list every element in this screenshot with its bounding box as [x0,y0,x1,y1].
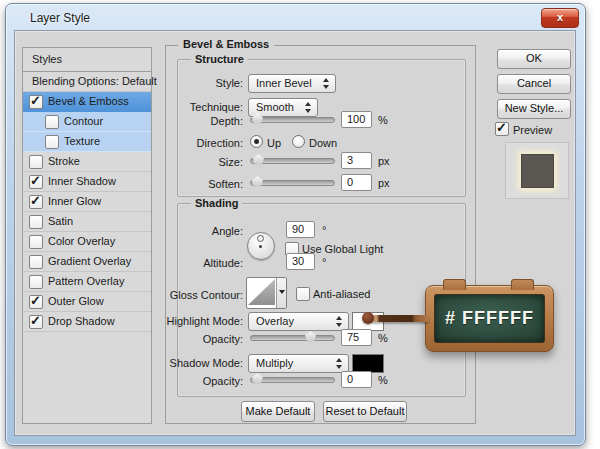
chevron-updown-icon [323,78,330,89]
checked-checkbox[interactable] [29,315,43,329]
sidebar-item-satin[interactable]: Satin [23,212,151,232]
sidebar-item-label: Gradient Overlay [48,255,131,267]
size-value-input[interactable]: 3 [341,152,372,169]
anti-aliased-checkbox[interactable] [296,287,310,301]
altitude-value-input[interactable]: 30 [286,253,315,270]
soften-unit: px [378,177,390,189]
shadow-opacity-unit: % [378,374,388,386]
chevron-down-icon[interactable] [276,278,286,308]
sidebar-item-stroke[interactable]: Stroke [23,152,151,172]
shading-legend: Shading [191,197,242,209]
styles-panel: Styles Blending Options: DefaultBevel & … [22,47,152,424]
shadow-mode-select[interactable]: Multiply [248,354,349,373]
angle-dial[interactable] [247,232,275,260]
new-style-button[interactable]: New Style... [497,99,571,119]
checked-checkbox[interactable] [29,175,43,189]
styles-header: Styles [23,48,151,72]
hex-color-annotation: # FFFFFF [435,307,544,328]
angle-value-input[interactable]: 90 [286,221,315,238]
checked-checkbox[interactable] [29,195,43,209]
chevron-updown-icon [336,358,343,369]
sidebar-item-pattern-overlay[interactable]: Pattern Overlay [23,272,151,292]
depth-value-input[interactable]: 100 [341,111,372,128]
unchecked-checkbox[interactable] [45,135,59,149]
shadow-mode-value: Multiply [256,357,293,369]
highlight-opacity-slider[interactable] [250,335,335,341]
sidebar-item-gradient-overlay[interactable]: Gradient Overlay [23,252,151,272]
depth-label: Depth: [166,115,243,127]
sidebar-item-texture[interactable]: Texture [23,132,151,152]
soften-label: Soften: [166,178,243,190]
sidebar-item-label: Outer Glow [48,295,104,307]
dialog-content: Styles Blending Options: DefaultBevel & … [14,30,576,436]
soften-value-input[interactable]: 0 [341,174,372,191]
preview-checkbox[interactable] [495,122,509,136]
sidebar-item-color-overlay[interactable]: Color Overlay [23,232,151,252]
unchecked-checkbox[interactable] [29,275,43,289]
styles-list: Blending Options: DefaultBevel & EmbossC… [23,72,151,332]
sidebar-item-blending-options-default[interactable]: Blending Options: Default [23,72,151,92]
sidebar-item-contour[interactable]: Contour [23,112,151,132]
bevel-emboss-panel: Bevel & Emboss Structure Style: Inner Be… [165,45,476,424]
shadow-opacity-input[interactable]: 0 [341,371,372,388]
close-button[interactable]: x [541,8,579,28]
close-icon: x [557,11,563,23]
ok-button[interactable]: OK [497,49,571,69]
chalkboard-surface: # FFFFFF [434,294,545,343]
reset-to-default-button[interactable]: Reset to Default [323,401,407,422]
unchecked-checkbox[interactable] [45,115,59,129]
layer-style-dialog: Layer Style x Styles Blending Options: D… [5,3,586,446]
pointer-stick-icon [372,315,429,322]
chevron-updown-icon [336,316,343,327]
sidebar-item-label: Drop Shadow [48,315,115,327]
angle-unit: ° [322,224,326,236]
unchecked-checkbox[interactable] [29,155,43,169]
highlight-opacity-input[interactable]: 75 [341,329,372,346]
angle-label: Angle: [166,225,243,237]
page-title: Bevel & Emboss [178,38,274,50]
highlight-mode-select[interactable]: Overlay [248,312,349,331]
sidebar-item-inner-shadow[interactable]: Inner Shadow [23,172,151,192]
preview-label: Preview [513,124,552,136]
sidebar-item-inner-glow[interactable]: Inner Glow [23,192,151,212]
structure-legend: Structure [191,53,248,65]
sidebar-item-label: Stroke [48,155,80,167]
checked-checkbox[interactable] [29,295,43,309]
sidebar-item-label: Satin [48,215,73,227]
sidebar-item-label: Inner Shadow [48,175,116,187]
technique-label: Technique: [166,101,243,113]
contour-thumbnail-icon [248,279,275,305]
direction-up-radio[interactable] [250,135,263,148]
depth-unit: % [378,114,388,126]
style-preview-panel [505,142,569,199]
window-title: Layer Style [30,11,90,25]
sidebar-item-drop-shadow[interactable]: Drop Shadow [23,312,151,332]
style-select-value: Inner Bevel [256,77,312,89]
screenshot-root: Layer Style x Styles Blending Options: D… [0,0,600,449]
gloss-contour-picker[interactable] [246,277,287,309]
sidebar-item-label: Texture [64,135,100,147]
size-unit: px [378,155,390,167]
checked-checkbox[interactable] [29,95,43,109]
technique-select-value: Smooth [256,101,294,113]
pointer-knob-icon [362,312,374,324]
unchecked-checkbox[interactable] [29,255,43,269]
cancel-button[interactable]: Cancel [497,74,571,94]
board-tab-icon [511,279,534,290]
make-default-button[interactable]: Make Default [241,401,315,422]
chalkboard-annotation: # FFFFFF [425,285,554,352]
unchecked-checkbox[interactable] [29,235,43,249]
sidebar-item-label: Contour [64,115,103,127]
gloss-contour-label: Gloss Contour: [166,289,243,301]
sidebar-item-outer-glow[interactable]: Outer Glow [23,292,151,312]
board-tab-icon [443,279,466,290]
chevron-updown-icon [305,102,312,113]
unchecked-checkbox[interactable] [29,215,43,229]
sidebar-item-label: Color Overlay [48,235,115,247]
style-label: Style: [166,77,243,89]
sidebar-item-bevel-emboss[interactable]: Bevel & Emboss [23,92,151,112]
direction-down-radio[interactable] [292,135,305,148]
style-select[interactable]: Inner Bevel [248,74,336,93]
title-bar[interactable]: Layer Style x [6,4,585,30]
highlight-opacity-unit: % [378,332,388,344]
